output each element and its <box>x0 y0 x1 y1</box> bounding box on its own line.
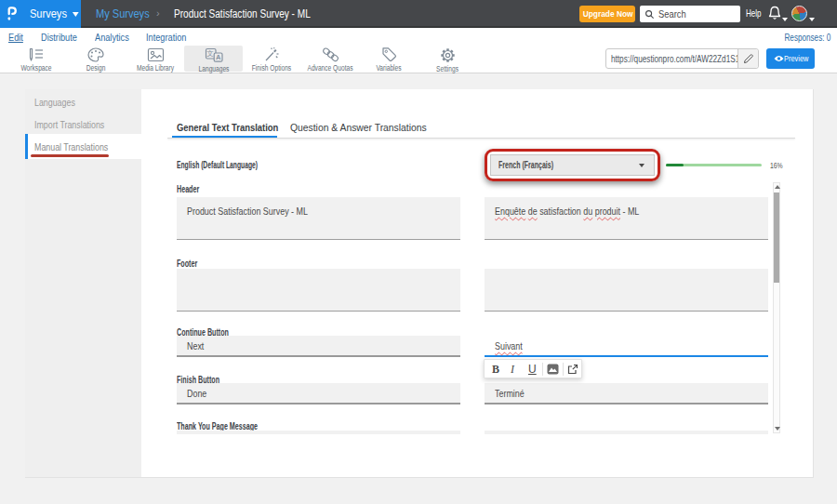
svg-text:A: A <box>216 53 221 61</box>
svg-text:文: 文 <box>206 49 214 58</box>
